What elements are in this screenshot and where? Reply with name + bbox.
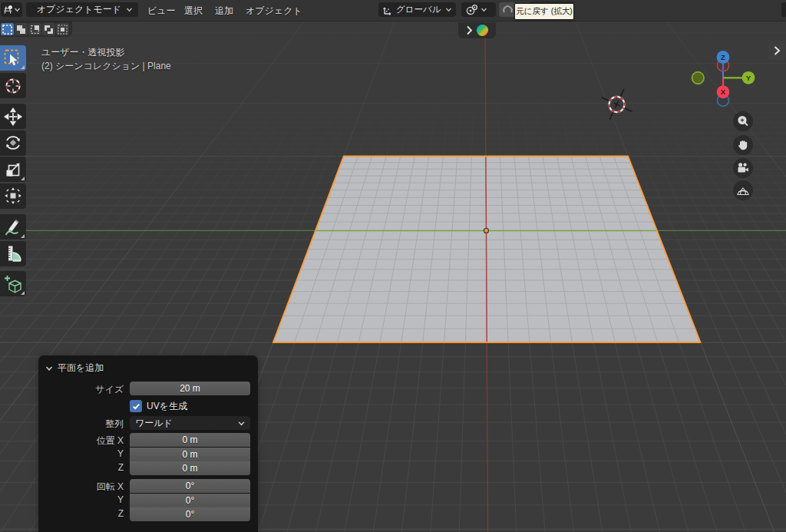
pan-button[interactable] <box>733 135 753 155</box>
tool-select-box[interactable] <box>0 45 26 71</box>
plane-object[interactable] <box>273 157 701 343</box>
camera-view-button[interactable] <box>733 158 753 178</box>
tooltip: 元に戻す (拡大) <box>514 3 574 20</box>
rotation-y-value: 0° <box>186 495 194 506</box>
transform-orientation-selector[interactable]: グローバル <box>378 2 456 17</box>
tool-transform[interactable] <box>0 183 26 209</box>
menu-select[interactable]: 選択 <box>183 0 204 21</box>
tool-cursor[interactable] <box>0 73 26 98</box>
tool-measure[interactable] <box>0 241 26 266</box>
rotation-x-field[interactable]: 0° <box>130 479 250 493</box>
perspective-toggle-button[interactable] <box>733 180 753 200</box>
gizmo-axis-y[interactable]: Y <box>742 71 755 84</box>
gizmo-axis-z[interactable]: Z <box>717 51 730 64</box>
subtool-notch <box>21 234 25 238</box>
location-x-label: 位置 X <box>44 435 124 448</box>
rotation-z-field[interactable]: 0° <box>130 507 250 521</box>
gizmo-axis-x[interactable]: X <box>717 85 730 98</box>
transform-icon <box>2 185 24 207</box>
snap-icon <box>465 4 478 16</box>
menu-object[interactable]: オブジェクト <box>244 0 304 21</box>
navigation-gizmo[interactable]: Z Y X <box>687 42 771 111</box>
tool-add-cube[interactable] <box>0 271 26 296</box>
location-z-field[interactable]: 0 m <box>130 461 250 475</box>
select-mode-invert-button[interactable] <box>42 23 55 35</box>
location-x-value: 0 m <box>182 435 197 445</box>
tool-rotate[interactable] <box>0 131 26 156</box>
rotation-y-label: Y <box>44 494 124 505</box>
align-dropdown[interactable]: ワールド <box>130 416 250 430</box>
tool-move[interactable] <box>0 104 26 129</box>
location-z-label: Z <box>44 462 124 473</box>
hand-icon <box>736 138 750 152</box>
falloff-sphere-icon[interactable] <box>476 24 489 37</box>
gizmo-axis-neg-y[interactable] <box>692 72 705 84</box>
select-mode-intersect-button[interactable] <box>56 23 69 35</box>
operator-panel: 平面を追加 サイズ 20 m UVを生成 整列 ワールド 位置 X 0 m Y … <box>38 355 258 532</box>
svg-text:Y: Y <box>746 74 751 82</box>
location-x-field[interactable]: 0 m <box>130 433 250 447</box>
chevron-down-icon <box>14 6 21 13</box>
proportional-editing-icon <box>502 4 514 15</box>
svg-text:Z: Z <box>721 53 725 61</box>
tool-scale[interactable] <box>0 157 26 182</box>
select-mode-bar <box>0 21 72 37</box>
zoom-button[interactable] <box>733 111 753 131</box>
rotation-z-value: 0° <box>186 509 194 520</box>
rotation-z-label: Z <box>44 508 124 519</box>
blender-window: ユーザー・透視投影 (2) シーンコレクション | Plane オブジェクト <box>0 0 786 532</box>
generate-uv-checkbox[interactable] <box>130 400 142 412</box>
orientation-global-icon <box>382 5 393 15</box>
align-value: ワールド <box>135 417 238 430</box>
subtool-notch <box>21 177 25 180</box>
menu-add[interactable]: 追加 <box>213 0 235 21</box>
tooltip-text: 元に戻す (拡大) <box>516 6 572 17</box>
expand-right-icon[interactable] <box>466 25 473 35</box>
view-name-text: ユーザー・透視投影 <box>41 45 171 59</box>
size-label: サイズ <box>44 383 124 396</box>
chevron-down-icon <box>445 6 452 13</box>
chevron-down-icon <box>481 6 487 13</box>
perspective-grid-icon <box>736 183 750 197</box>
menu-view[interactable]: ビュー <box>146 0 177 21</box>
chevron-down-icon <box>238 420 245 427</box>
active-collection-text: (2) シーンコレクション | Plane <box>41 59 171 73</box>
size-field[interactable]: 20 m <box>130 382 250 395</box>
generate-uv-label: UVを生成 <box>147 400 187 412</box>
operator-panel-header[interactable]: 平面を追加 <box>45 362 104 375</box>
object-origin-dot <box>484 228 488 233</box>
select-mode-set-button[interactable] <box>1 23 14 35</box>
editor-type-button[interactable] <box>1 2 22 17</box>
select-subtract-icon <box>30 25 40 35</box>
svg-text:X: X <box>721 88 726 96</box>
subtool-notch <box>21 291 25 295</box>
location-y-label: Y <box>44 448 124 459</box>
chevron-right-icon <box>773 45 781 56</box>
mode-selector[interactable]: オブジェクトモード <box>26 2 138 17</box>
rotation-x-label: 回転 X <box>44 481 124 494</box>
select-mode-subtract-button[interactable] <box>28 23 41 35</box>
viewport-header: オブジェクトモード ビュー 選択 追加 オブジェクト グローバル <box>0 0 786 21</box>
chevron-down-icon <box>45 365 53 372</box>
select-set-icon <box>2 25 12 35</box>
tool-annotate[interactable] <box>0 214 26 240</box>
select-mode-extend-button[interactable] <box>15 23 28 35</box>
move-icon <box>2 106 24 127</box>
viewport-info-overlay: ユーザー・透視投影 (2) シーンコレクション | Plane <box>41 45 171 73</box>
location-z-value: 0 m <box>182 463 197 474</box>
rotation-x-value: 0° <box>186 481 194 491</box>
snapping-button[interactable] <box>461 2 496 17</box>
subtool-notch <box>21 65 25 69</box>
shading-mode-button[interactable] <box>781 2 786 17</box>
proportional-editing-button[interactable] <box>499 2 516 17</box>
size-value: 20 m <box>180 383 200 394</box>
select-invert-icon <box>44 25 54 35</box>
3d-viewport-editor-icon <box>2 5 14 15</box>
mode-selector-label: オブジェクトモード <box>37 3 121 16</box>
select-extend-icon <box>16 25 26 35</box>
magnifier-plus-icon <box>736 114 750 128</box>
rotation-y-field[interactable]: 0° <box>130 494 250 507</box>
location-y-field[interactable]: 0 m <box>130 448 250 461</box>
align-label: 整列 <box>44 418 124 431</box>
select-intersect-icon <box>58 25 68 35</box>
